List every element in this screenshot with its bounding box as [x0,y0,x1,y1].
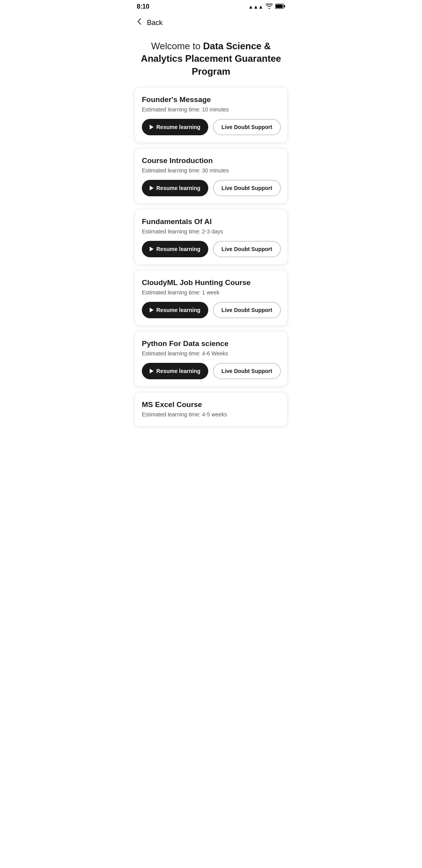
course-title: MS Excel Course [142,400,280,409]
doubt-label: Live Doubt Support [222,185,272,191]
doubt-label: Live Doubt Support [222,307,272,313]
back-arrow-icon [135,17,144,28]
course-estimated-time: Estimated learning time: 1 week [142,289,280,296]
live-doubt-support-button[interactable]: Live Doubt Support [213,119,281,135]
course-estimated-time: Estimated learning time: 30 minutes [142,167,280,174]
course-title: Fundamentals Of AI [142,217,280,226]
back-button[interactable]: Back [135,17,163,28]
live-doubt-support-button[interactable]: Live Doubt Support [213,241,281,257]
resume-label: Resume learning [156,124,200,130]
course-actions: Resume learning Live Doubt Support [142,241,280,257]
course-estimated-time: Estimated learning time: 10 minutes [142,106,280,113]
course-estimated-time: Estimated learning time: 2-3 days [142,228,280,235]
course-estimated-time: Estimated learning time: 4-5 weeks [142,411,280,418]
course-card-python-for-data-science: Python For Data science Estimated learni… [134,331,288,387]
resume-label: Resume learning [156,307,200,313]
course-actions: Resume learning Live Doubt Support [142,363,280,379]
resume-learning-button[interactable]: Resume learning [142,180,208,196]
course-actions: Resume learning Live Doubt Support [142,180,280,196]
page-title-section: Welcome to Data Science & Analytics Plac… [129,32,293,87]
course-title: Founder's Message [142,95,280,104]
doubt-label: Live Doubt Support [222,124,272,130]
svg-rect-2 [276,4,283,8]
play-icon [150,186,154,190]
page-title-prefix: Welcome to [151,41,203,51]
play-icon [150,125,154,129]
course-card-fundamentals-of-ai: Fundamentals Of AI Estimated learning ti… [134,209,288,265]
course-card-course-introduction: Course Introduction Estimated learning t… [134,148,288,204]
resume-learning-button[interactable]: Resume learning [142,363,208,379]
live-doubt-support-button[interactable]: Live Doubt Support [213,302,281,318]
signal-icon: ▲▲▲ [248,4,263,10]
course-card-ms-excel: MS Excel Course Estimated learning time:… [134,392,288,427]
wifi-icon [266,4,273,10]
course-title: Course Introduction [142,156,280,165]
course-title: CloudyML Job Hunting Course [142,278,280,287]
doubt-label: Live Doubt Support [222,246,272,252]
page-title: Welcome to Data Science & Analytics Plac… [137,40,285,78]
course-actions: Resume learning Live Doubt Support [142,302,280,318]
status-bar: 8:10 ▲▲▲ [129,0,293,13]
resume-learning-button[interactable]: Resume learning [142,119,208,135]
resume-label: Resume learning [156,246,200,252]
play-icon [150,247,154,251]
resume-label: Resume learning [156,185,200,191]
course-actions: Resume learning Live Doubt Support [142,119,280,135]
resume-learning-button[interactable]: Resume learning [142,302,208,318]
header: Back [129,13,293,32]
back-label: Back [147,19,163,27]
live-doubt-support-button[interactable]: Live Doubt Support [213,180,281,196]
battery-icon [275,4,285,10]
status-time: 8:10 [137,3,149,10]
svg-rect-1 [284,5,285,7]
play-icon [150,308,154,312]
course-card-founders-message: Founder's Message Estimated learning tim… [134,87,288,143]
resume-learning-button[interactable]: Resume learning [142,241,208,257]
status-icons: ▲▲▲ [248,4,285,10]
resume-label: Resume learning [156,368,200,374]
live-doubt-support-button[interactable]: Live Doubt Support [213,363,281,379]
course-estimated-time: Estimated learning time: 4-6 Weeks [142,350,280,357]
course-title: Python For Data science [142,339,280,348]
play-icon [150,369,154,373]
courses-list: Founder's Message Estimated learning tim… [129,87,293,430]
course-card-cloudyml-job-hunting: CloudyML Job Hunting Course Estimated le… [134,270,288,326]
doubt-label: Live Doubt Support [222,368,272,374]
